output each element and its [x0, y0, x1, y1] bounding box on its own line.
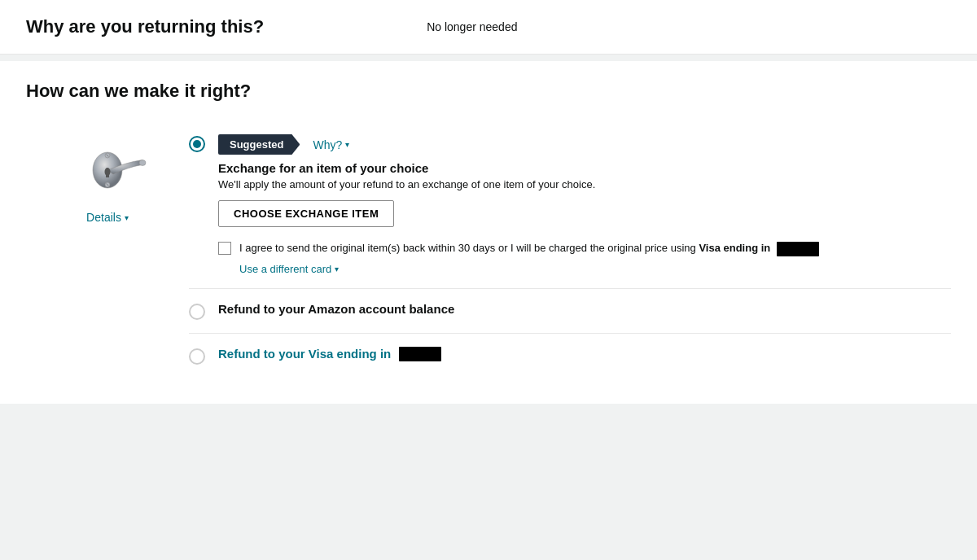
- amazon-balance-content: Refund to your Amazon account balance: [218, 302, 951, 316]
- make-right-section: How can we make it right?: [0, 61, 977, 404]
- product-image: [63, 129, 152, 203]
- product-column: Details ▾: [26, 121, 189, 224]
- option-exchange-row: Suggested Why? ▾ Exchange for an item of…: [189, 134, 951, 275]
- agreement-text: I agree to send the original item(s) bac…: [239, 240, 819, 256]
- why-chevron: ▾: [345, 140, 349, 149]
- agreement-checkbox[interactable]: [218, 242, 231, 255]
- details-link[interactable]: Details ▾: [86, 211, 129, 224]
- option-exchange: Suggested Why? ▾ Exchange for an item of…: [189, 121, 951, 289]
- choose-exchange-item-button[interactable]: CHOOSE EXCHANGE ITEM: [218, 200, 394, 227]
- page-container: Why are you returning this? No longer ne…: [0, 0, 977, 404]
- visa-refund-content: Refund to your Visa ending in: [218, 347, 951, 361]
- option-amazon-balance: Refund to your Amazon account balance: [189, 289, 951, 334]
- why-link[interactable]: Why? ▾: [313, 138, 349, 151]
- exchange-radio-col: [189, 134, 205, 152]
- option-amazon-balance-row: Refund to your Amazon account balance: [189, 302, 951, 320]
- visa-refund-link[interactable]: Refund to your Visa ending in: [218, 347, 951, 361]
- svg-rect-3: [106, 174, 109, 177]
- why-answer: No longer needed: [427, 20, 517, 33]
- exchange-radio[interactable]: [189, 136, 205, 152]
- amazon-balance-radio-col: [189, 302, 205, 320]
- visa-refund-radio[interactable]: [189, 348, 205, 365]
- options-column: Suggested Why? ▾ Exchange for an item of…: [189, 121, 951, 378]
- different-card-link[interactable]: Use a different card ▾: [239, 263, 951, 275]
- visa-refund-radio-col: [189, 347, 205, 365]
- agreement-block: I agree to send the original item(s) bac…: [218, 240, 951, 275]
- make-right-title: How can we make it right?: [26, 81, 951, 102]
- exchange-desc: We'll apply the amount of your refund to…: [218, 178, 951, 190]
- option-visa-refund-row: Refund to your Visa ending in: [189, 347, 951, 365]
- details-label: Details: [86, 211, 121, 224]
- suggested-row: Suggested Why? ▾: [218, 134, 951, 155]
- agreement-row: I agree to send the original item(s) bac…: [218, 240, 951, 256]
- exchange-content: Suggested Why? ▾ Exchange for an item of…: [218, 134, 951, 275]
- details-chevron: ▾: [125, 213, 129, 222]
- amazon-balance-title: Refund to your Amazon account balance: [218, 302, 951, 316]
- option-visa-refund: Refund to your Visa ending in: [189, 334, 951, 378]
- options-area: Details ▾ Suggested: [26, 121, 951, 378]
- why-question: Why are you returning this?: [26, 16, 264, 37]
- suggested-badge: Suggested: [218, 134, 300, 155]
- why-label: Why?: [313, 138, 342, 151]
- svg-point-1: [139, 160, 146, 166]
- product-image-svg: [63, 129, 152, 203]
- amazon-balance-radio[interactable]: [189, 304, 205, 320]
- visa-redacted: [777, 242, 819, 256]
- why-section: Why are you returning this? No longer ne…: [0, 0, 977, 55]
- exchange-title: Exchange for an item of your choice: [218, 161, 951, 175]
- visa-refund-redacted: [399, 347, 441, 361]
